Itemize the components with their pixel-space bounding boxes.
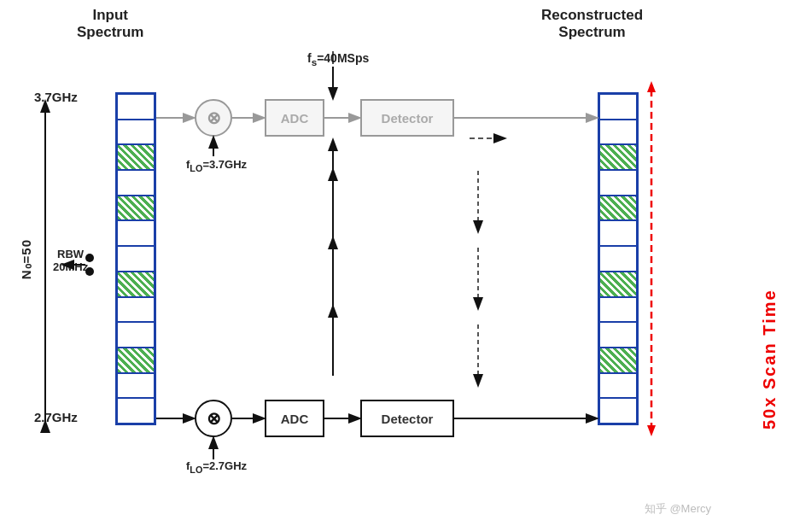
spectrum-cell <box>118 120 154 146</box>
spectrum-cell-green <box>118 145 154 171</box>
detector-top: Detector <box>360 99 454 137</box>
rbw-label: RBW20MHz <box>53 248 88 273</box>
svg-marker-25 <box>647 425 656 436</box>
spectrum-cell <box>118 399 154 423</box>
reconstructed-spectrum-bars <box>598 92 639 425</box>
spectrum-cell-green <box>600 145 636 171</box>
spectrum-cell <box>118 247 154 272</box>
spectrum-cell-green <box>118 196 154 222</box>
spectrum-cell <box>600 120 636 146</box>
spectrum-cell <box>118 298 154 324</box>
reconstructed-spectrum-label: ReconstructedSpectrum <box>541 7 643 41</box>
mixer-top: ⊗ <box>195 99 232 137</box>
detector-bottom-label: Detector <box>382 412 434 426</box>
watermark: 知乎 @Mercy <box>645 501 711 517</box>
spectrum-cell <box>118 95 154 120</box>
spectrum-cell <box>600 171 636 196</box>
spectrum-cell <box>600 323 636 348</box>
spectrum-cell-green <box>600 272 636 298</box>
spectrum-cell <box>600 399 636 423</box>
detector-top-label: Detector <box>382 111 434 126</box>
spectrum-cell <box>118 374 154 400</box>
spectrum-cell <box>600 374 636 400</box>
spectrum-cell <box>600 221 636 247</box>
input-spectrum-bars <box>115 92 156 425</box>
spectrum-cell <box>118 221 154 247</box>
adc-top: ADC <box>265 99 324 137</box>
flo-bottom-label: fLO=2.7GHz <box>186 459 247 475</box>
svg-marker-24 <box>647 81 656 92</box>
diagram-container: InputSpectrum ReconstructedSpectrum fs=4… <box>0 0 788 532</box>
spectrum-cell-green <box>600 348 636 374</box>
adc-bottom-label: ADC <box>281 412 309 426</box>
mixer-bottom: ⊗ <box>195 400 232 437</box>
spectrum-cell-green <box>600 196 636 222</box>
spectrum-cell <box>118 323 154 348</box>
adc-top-label: ADC <box>281 111 309 126</box>
detector-bottom: Detector <box>360 400 454 437</box>
flo-top-label: fLO=3.7GHz <box>186 158 247 173</box>
spectrum-cell-green <box>118 272 154 298</box>
spectrum-cell-green <box>118 348 154 374</box>
freq-top-label: 3.7GHz <box>34 90 78 104</box>
n0-label: N₀=50 <box>19 239 34 279</box>
spectrum-cell <box>600 95 636 120</box>
freq-bottom-label: 2.7GHz <box>34 410 78 424</box>
spectrum-cell <box>600 298 636 324</box>
input-spectrum-label: InputSpectrum <box>77 7 143 41</box>
fs-label: fs=40MSps <box>307 51 369 67</box>
spectrum-cell <box>118 171 154 196</box>
spectrum-cell <box>600 247 636 272</box>
adc-bottom: ADC <box>265 400 324 437</box>
scan-time-label: 50x Scan Time <box>760 102 779 430</box>
